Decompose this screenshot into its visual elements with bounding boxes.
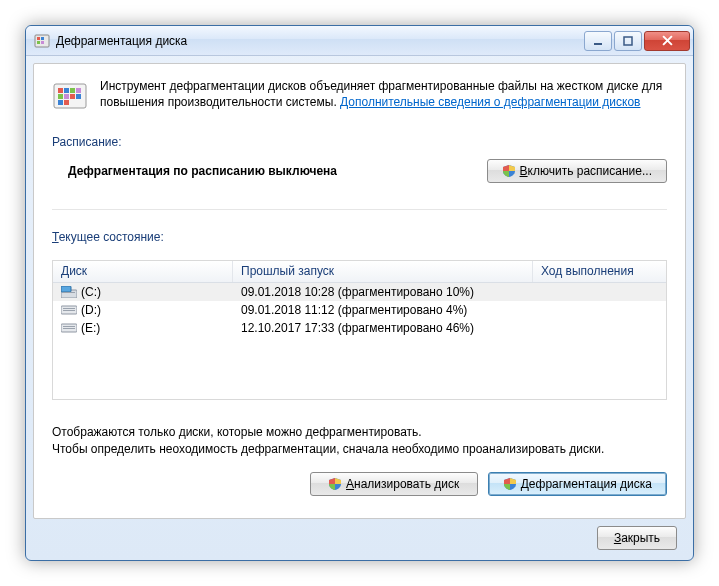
svg-rect-1	[37, 37, 40, 40]
window-title: Дефрагментация диска	[56, 34, 584, 48]
disk-last-run: 09.01.2018 10:28 (фрагментировано 10%)	[233, 285, 533, 299]
drive-icon	[61, 286, 77, 298]
table-body: (C:)09.01.2018 10:28 (фрагментировано 10…	[53, 283, 666, 337]
svg-rect-5	[594, 43, 602, 45]
disk-last-run: 09.01.2018 11:12 (фрагментировано 4%)	[233, 303, 533, 317]
disk-table: Диск Прошлый запуск Ход выполнения (C:)0…	[52, 260, 667, 400]
learn-more-link[interactable]: Дополнительные сведения о дефрагментации…	[340, 95, 640, 109]
defrag-button[interactable]: Дефрагментация диска	[488, 472, 667, 496]
svg-rect-16	[58, 100, 63, 105]
table-header: Диск Прошлый запуск Ход выполнения	[53, 261, 666, 283]
table-row[interactable]: (C:)09.01.2018 10:28 (фрагментировано 10…	[53, 283, 666, 301]
close-label: Закрыть	[614, 531, 660, 545]
analyze-button[interactable]: Анализировать диск	[310, 472, 478, 496]
help-line-1: Отображаются только диски, которые можно…	[52, 424, 667, 441]
table-row[interactable]: (D:)09.01.2018 11:12 (фрагментировано 4%…	[53, 301, 666, 319]
intro-text: Инструмент дефрагментации дисков объедин…	[100, 78, 667, 117]
app-icon	[34, 33, 50, 49]
svg-rect-2	[41, 37, 44, 40]
window-controls	[584, 31, 690, 51]
svg-rect-14	[70, 94, 75, 99]
minimize-button[interactable]	[584, 31, 612, 51]
table-row[interactable]: (E:)12.10.2017 17:33 (фрагментировано 46…	[53, 319, 666, 337]
defrag-icon	[52, 78, 88, 117]
footer: Закрыть	[26, 526, 693, 560]
svg-rect-20	[63, 292, 75, 293]
svg-rect-12	[58, 94, 63, 99]
svg-rect-4	[41, 41, 44, 44]
disk-cell: (C:)	[61, 285, 225, 299]
action-buttons: Анализировать диск Дефрагментация диска	[52, 472, 667, 496]
schedule-status: Дефрагментация по расписанию выключена	[52, 164, 337, 178]
svg-rect-6	[624, 37, 632, 45]
svg-rect-17	[64, 100, 69, 105]
shield-icon	[328, 477, 342, 491]
disk-name: (C:)	[81, 285, 101, 299]
svg-rect-13	[64, 94, 69, 99]
intro-section: Инструмент дефрагментации дисков объедин…	[52, 78, 667, 117]
shield-icon	[502, 164, 516, 178]
defrag-window: Дефрагментация диска	[25, 25, 694, 561]
svg-rect-10	[70, 88, 75, 93]
disk-name: (D:)	[81, 303, 101, 317]
drive-icon	[61, 322, 77, 334]
svg-rect-26	[63, 328, 75, 329]
disk-name: (E:)	[81, 321, 100, 335]
svg-rect-23	[63, 310, 75, 311]
help-line-2: Чтобы определить неоходимость дефрагмент…	[52, 441, 667, 458]
column-last-run[interactable]: Прошлый запуск	[233, 261, 533, 282]
schedule-row: Дефрагментация по расписанию выключена В…	[52, 159, 667, 183]
column-disk[interactable]: Диск	[53, 261, 233, 282]
svg-rect-25	[63, 326, 75, 327]
disk-cell: (E:)	[61, 321, 225, 335]
svg-rect-9	[64, 88, 69, 93]
svg-rect-22	[63, 308, 75, 309]
disk-last-run: 12.10.2017 17:33 (фрагментировано 46%)	[233, 321, 533, 335]
schedule-label: Расписание:	[52, 135, 667, 149]
drive-icon	[61, 304, 77, 316]
disk-cell: (D:)	[61, 303, 225, 317]
svg-rect-11	[76, 88, 81, 93]
svg-rect-8	[58, 88, 63, 93]
enable-schedule-button[interactable]: Включить расписание...	[487, 159, 667, 183]
current-state-label: Текущее состояние:	[52, 230, 667, 244]
analyze-label: Анализировать диск	[346, 477, 459, 491]
svg-rect-3	[37, 41, 40, 44]
column-progress[interactable]: Ход выполнения	[533, 261, 666, 282]
defrag-label: Дефрагментация диска	[521, 477, 652, 491]
shield-icon	[503, 477, 517, 491]
enable-schedule-label: Включить расписание...	[520, 164, 652, 178]
help-text: Отображаются только диски, которые можно…	[52, 424, 667, 458]
maximize-button[interactable]	[614, 31, 642, 51]
divider	[52, 209, 667, 210]
client-area: Инструмент дефрагментации дисков объедин…	[33, 63, 686, 519]
close-button[interactable]: Закрыть	[597, 526, 677, 550]
titlebar[interactable]: Дефрагментация диска	[26, 26, 693, 56]
close-window-button[interactable]	[644, 31, 690, 51]
svg-rect-15	[76, 94, 81, 99]
svg-rect-19	[61, 286, 71, 292]
